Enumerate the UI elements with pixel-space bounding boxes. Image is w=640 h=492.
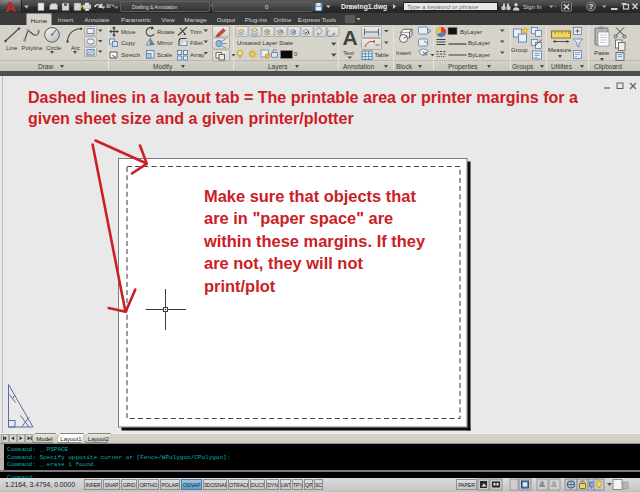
svg-text:A: A [5, 0, 16, 13]
svg-text:?: ? [589, 2, 594, 11]
svg-text:A: A [342, 26, 357, 49]
